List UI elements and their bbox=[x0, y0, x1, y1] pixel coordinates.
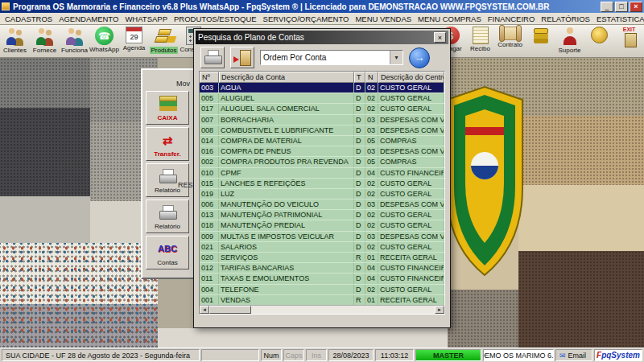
table-row[interactable]: 019LUZD02CUSTO GERAL bbox=[200, 189, 444, 200]
horizontal-scrollbar[interactable]: ◄ ► bbox=[200, 305, 444, 314]
plan-table: Nº Descrição da Conta T N Descrição do C… bbox=[199, 71, 445, 315]
conta-numero: 016 bbox=[200, 146, 219, 156]
conta-descricao: CPMF bbox=[219, 168, 354, 178]
toolbar-button-coins-5[interactable] bbox=[584, 25, 614, 57]
centro-descricao: CUSTO GERAL bbox=[378, 285, 444, 294]
toolbar-button-clientes[interactable]: Clientes bbox=[0, 25, 30, 57]
exit-dialog-button[interactable] bbox=[230, 47, 254, 68]
table-row[interactable]: 011TAXAS E EMOLUMENTOSD04CUSTO FINANCEIR… bbox=[200, 274, 444, 284]
table-row[interactable]: 004TELEFONED02CUSTO GERAL bbox=[200, 285, 444, 295]
maximize-button[interactable]: □ bbox=[615, 2, 628, 12]
caixa-button[interactable]: CAIXA bbox=[146, 91, 189, 125]
centro-descricao: CUSTO GERAL bbox=[378, 220, 444, 230]
table-row[interactable]: 009MULTAS E IMPOSTOS VEICULARD03DESPESAS… bbox=[200, 232, 444, 242]
toolbar-button-label: Contrato bbox=[497, 41, 522, 48]
caixa-window: Mov RES CAIXA ⇄ Transfer. Relatório Rela… bbox=[141, 68, 195, 279]
table-row[interactable]: 017ALUGUEL SALA COMERCIALD02CUSTO GERAL bbox=[200, 104, 444, 114]
conta-numero: 008 bbox=[200, 125, 219, 135]
tipo-conta: D bbox=[354, 115, 365, 125]
centro-descricao: CUSTO FINANCEIRO bbox=[378, 168, 444, 178]
relatorio-button-2[interactable]: Relatório bbox=[146, 200, 189, 233]
table-row[interactable]: 014COMPRA DE MATERIALD05COMPRAS bbox=[200, 136, 444, 146]
centro-numero: 02 bbox=[365, 285, 378, 294]
toolbar-button-label: Funciona bbox=[61, 47, 88, 54]
menu-item-menu-compras[interactable]: MENU COMPRAS bbox=[415, 14, 485, 23]
toolbar-button-recibo[interactable]: Recibo bbox=[465, 25, 495, 57]
menu-item-label: PRODUTOS/ESTOQUE bbox=[174, 14, 257, 23]
conta-descricao: COMPRA PRODUTOS PRA REVENDA bbox=[219, 157, 354, 167]
coins-icon bbox=[591, 27, 608, 43]
table-row[interactable]: 008COMBUSTIVEL E LUBRIFICANTED03DESPESAS… bbox=[200, 125, 444, 136]
table-row[interactable]: 015LANCHES E REFEIÇÕESD02CUSTO GERAL bbox=[200, 179, 444, 189]
table-row[interactable]: 016COMPRA DE PNEUSD03DESPESAS COM VEICUL… bbox=[200, 146, 444, 157]
table-row[interactable]: 002COMPRA PRODUTOS PRA REVENDAD05COMPRAS bbox=[200, 157, 444, 167]
dialog-titlebar[interactable]: Pesquisa do Plano de Contas × bbox=[196, 31, 448, 44]
table-row[interactable]: 010CPMFD04CUSTO FINANCEIRO bbox=[200, 168, 444, 179]
centro-numero: 03 bbox=[365, 146, 378, 156]
tipo-conta: D bbox=[354, 285, 365, 294]
menu-item-agendamento[interactable]: AGENDAMENTO bbox=[56, 14, 122, 23]
centro-numero: 02 bbox=[365, 83, 378, 93]
conta-descricao: BORRACHARIA bbox=[219, 115, 354, 125]
scroll-right-arrow-icon[interactable]: ► bbox=[435, 306, 444, 314]
centro-numero: 04 bbox=[365, 263, 378, 273]
whatsapp-icon: ☎ bbox=[95, 27, 114, 45]
transfer-button[interactable]: ⇄ Transfer. bbox=[146, 127, 189, 161]
column-header-numero: Nº bbox=[200, 72, 219, 83]
menu-item-servico-orcamento[interactable]: SERVIÇO/ORÇAMENTO bbox=[260, 14, 353, 23]
print-button[interactable] bbox=[200, 47, 225, 68]
stone-tile bbox=[0, 304, 158, 348]
close-button[interactable]: × bbox=[630, 2, 642, 12]
tipo-conta: D bbox=[354, 200, 365, 209]
centro-numero: 02 bbox=[365, 210, 378, 220]
refresh-button[interactable]: → bbox=[409, 47, 430, 68]
menu-item-produtos-estoque[interactable]: PRODUTOS/ESTOQUE bbox=[171, 14, 260, 23]
stone-tile bbox=[518, 251, 644, 348]
receipt-icon bbox=[473, 27, 489, 44]
table-row[interactable]: 007BORRACHARIAD03DESPESAS COM VEICULO bbox=[200, 115, 444, 125]
conta-descricao: SALARIOS bbox=[219, 242, 354, 252]
table-row[interactable]: 012TARIFAS BANCARIASD04CUSTO FINANCEIRO bbox=[200, 263, 444, 274]
relatorio-button-1[interactable]: Relatório bbox=[146, 163, 189, 197]
toolbar-button-goldstack-3[interactable] bbox=[525, 25, 555, 57]
dialog-close-button[interactable]: × bbox=[434, 32, 446, 43]
toolbar-button-whatsapp[interactable]: ☎WhatsApp bbox=[89, 25, 119, 57]
dropdown-arrow-icon[interactable]: ▼ bbox=[390, 51, 402, 64]
menu-item-whatsapp[interactable]: WHATSAPP bbox=[122, 14, 171, 23]
menu-item-relatorios[interactable]: RELATÓRIOS bbox=[538, 14, 593, 23]
tipo-conta: D bbox=[354, 242, 365, 252]
table-row[interactable]: 018MANUTENÇÃO PREDIALD02CUSTO GERAL bbox=[200, 220, 444, 231]
table-row[interactable]: 013MANUTENÇÃO PATRIMONIALD02CUSTO GERAL bbox=[200, 210, 444, 220]
conta-numero: 014 bbox=[200, 136, 219, 146]
conta-numero: 003 bbox=[200, 83, 219, 93]
tipo-conta: D bbox=[354, 125, 365, 135]
toolbar-button-exit-6[interactable]: EXIT bbox=[614, 25, 644, 57]
scroll-thumb[interactable] bbox=[209, 306, 251, 314]
scroll-left-arrow-icon[interactable]: ◄ bbox=[200, 306, 209, 314]
toolbar-button-fornece[interactable]: Fornece bbox=[30, 25, 60, 57]
toolbar-button-produtos[interactable]: Produtos bbox=[149, 25, 179, 57]
toolbar-button-suporte[interactable]: Suporte bbox=[555, 25, 584, 57]
status-email-button[interactable]: ✉ Email bbox=[555, 349, 592, 361]
table-row[interactable]: 020SERVIÇOSR01RECEITA GERAL bbox=[200, 253, 444, 263]
order-combobox[interactable]: Ordem Por Conta ▼ bbox=[260, 50, 403, 65]
menu-item-estatistica[interactable]: ESTATISTICA bbox=[593, 14, 644, 23]
menu-item-financeiro[interactable]: FINANCEIRO bbox=[485, 14, 539, 23]
conta-numero: 002 bbox=[200, 157, 219, 167]
minimize-button[interactable]: _ bbox=[601, 2, 613, 12]
menu-item-menu-vendas[interactable]: MENU VENDAS bbox=[352, 14, 415, 23]
tipo-conta: D bbox=[354, 83, 365, 93]
menu-item-cadastros[interactable]: CADASTROS bbox=[2, 14, 56, 23]
plan-table-header: Nº Descrição da Conta T N Descrição do C… bbox=[200, 72, 444, 83]
conta-descricao: COMPRA DE PNEUS bbox=[219, 146, 354, 156]
contas-button[interactable]: ABC Contas bbox=[146, 236, 189, 269]
centro-numero: 05 bbox=[365, 157, 378, 167]
table-row[interactable]: 006MANUTENÇÃO DO VEICULOD03DESPESAS COM … bbox=[200, 200, 444, 210]
table-row[interactable]: 021SALARIOSD02CUSTO GERAL bbox=[200, 242, 444, 253]
table-row[interactable]: 003AGUAD02CUSTO GERAL bbox=[200, 83, 444, 93]
toolbar-button-funciona[interactable]: Funciona bbox=[60, 25, 89, 57]
toolbar-button-contrato[interactable]: Contrato bbox=[495, 25, 525, 57]
toolbar-button-agenda[interactable]: 29Agenda bbox=[119, 25, 149, 57]
centro-numero: 02 bbox=[365, 104, 378, 113]
table-row[interactable]: 005ALUGUELD02CUSTO GERAL bbox=[200, 93, 444, 104]
